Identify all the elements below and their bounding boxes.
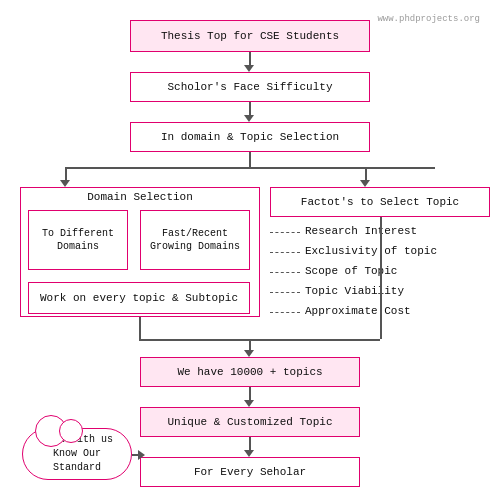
work-every-box: Work on every topic & Subtopic <box>28 282 250 314</box>
different-domains-box: To Different Domains <box>28 210 128 270</box>
factors-box: Factot's to Select Topic <box>270 187 490 217</box>
scope: Scope of Topic <box>305 265 397 277</box>
unique-box: Unique & Customized Topic <box>140 407 360 437</box>
approx-cost: Approximate Cost <box>305 305 411 317</box>
every-scholar-box: For Every Seholar <box>140 457 360 487</box>
exclusivity: Exclusivity of topic <box>305 245 437 257</box>
ten-thousand-box: We have 10000 + topics <box>140 357 360 387</box>
domain-selection-label: Domain Selection <box>20 187 260 203</box>
thesis-box: Thesis Top for CSE Students <box>130 20 370 52</box>
watermark: www.phdprojects.org <box>377 14 480 24</box>
viability: Topic Viability <box>305 285 404 297</box>
cloud-box: Work With us Know Our Standard <box>22 428 132 480</box>
flowchart: www.phdprojects.org Thesis Top for CSE S… <box>10 10 488 495</box>
domain-topic-box: In domain & Topic Selection <box>130 122 370 152</box>
fast-growing-box: Fast/Recent Growing Domains <box>140 210 250 270</box>
scholar-box: Scholor's Face Sifficulty <box>130 72 370 102</box>
research-interest: Research Interest <box>305 225 417 237</box>
